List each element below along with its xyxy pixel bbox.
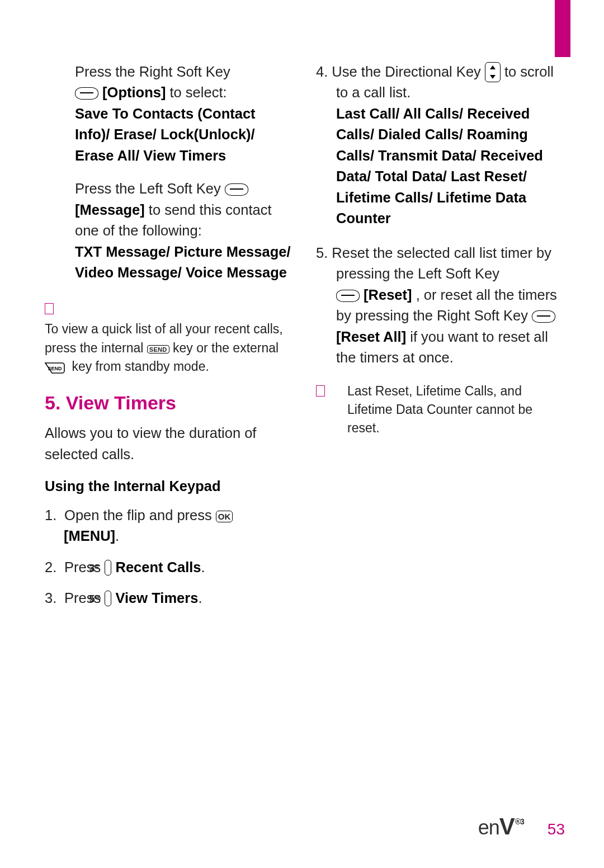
- left-soft-key-icon: [225, 183, 248, 196]
- text: Use the Directional Key: [332, 64, 485, 79]
- text: .: [115, 528, 119, 544]
- text: Press: [64, 559, 105, 575]
- sub-heading: Using the Internal Keypad: [45, 476, 294, 497]
- text: .: [201, 559, 205, 575]
- message-label: [Message]: [75, 202, 145, 218]
- external-send-key-icon: SEND: [45, 362, 68, 374]
- message-paragraph: Press the Left Soft Key [Message] to sen…: [75, 178, 294, 283]
- left-column: Press the Right Soft Key [Options] to se…: [45, 62, 294, 801]
- options-label: [Options]: [102, 84, 166, 100]
- text: .: [198, 590, 202, 606]
- page-content: Press the Right Soft Key [Options] to se…: [45, 62, 565, 801]
- step-4: 4. Use the Directional Key to scroll to …: [316, 62, 565, 229]
- key-3-icon: 3#: [105, 560, 111, 575]
- note-icon: [316, 385, 325, 397]
- note-text: To view a quick list of all your recent …: [45, 320, 294, 376]
- key-5-icon: 5%: [105, 591, 111, 606]
- step-number: 4.: [316, 64, 332, 79]
- text: Reset the selected call list timer by pr…: [332, 245, 551, 281]
- note-block: To view a quick list of all your recent …: [45, 298, 294, 376]
- env3-logo: enV®3: [478, 813, 524, 840]
- right-note-block: Last Reset, Lifetime Calls, and Lifetime…: [316, 382, 565, 438]
- text: Press the Left Soft Key: [75, 181, 225, 196]
- step-number: 2.: [45, 557, 60, 578]
- text: Press the Right Soft Key: [75, 64, 230, 79]
- right-soft-key-icon: [75, 87, 98, 100]
- note-text: Last Reset, Lifetime Calls, and Lifetime…: [347, 382, 565, 438]
- directional-key-icon: [485, 62, 501, 82]
- menu-label: [MENU]: [64, 528, 115, 544]
- options-paragraph: Press the Right Soft Key [Options] to se…: [75, 62, 294, 166]
- side-accent-tab: [555, 0, 570, 57]
- step-2: 2. Press 3# Recent Calls.: [45, 557, 294, 578]
- reset-all-label: [Reset All]: [336, 329, 406, 345]
- text: to select:: [170, 84, 227, 100]
- step-5: 5. Reset the selected call list timer by…: [316, 243, 565, 369]
- recent-calls-label: Recent Calls: [115, 559, 201, 575]
- message-types: TXT Message/ Picture Message/ Video Mess…: [75, 244, 291, 280]
- left-soft-key-icon: [336, 290, 360, 302]
- text: key from standby mode.: [72, 359, 209, 374]
- right-column: 4. Use the Directional Key to scroll to …: [316, 62, 565, 801]
- step-number: 5.: [316, 245, 332, 261]
- step-3: 3. Press 5% View Timers.: [45, 588, 294, 608]
- options-list: Save To Contacts (Contact Info)/ Erase/ …: [75, 106, 256, 163]
- call-list-options: Last Call/ All Calls/ Received Calls/ Di…: [336, 106, 543, 226]
- right-soft-key-icon: [532, 310, 555, 323]
- send-key-icon: SEND: [147, 345, 169, 353]
- note-icon: [45, 303, 54, 314]
- section-desc: Allows you to view the duration of selec…: [45, 423, 294, 465]
- reset-label: [Reset]: [364, 287, 412, 303]
- step-number: 1.: [45, 505, 60, 526]
- view-timers-label: View Timers: [115, 590, 198, 606]
- step-1: 1. Open the flip and press OK [MENU].: [45, 505, 294, 547]
- svg-text:SEND: SEND: [48, 366, 62, 371]
- text: Open the flip and press: [64, 507, 216, 523]
- step-number: 3.: [45, 588, 60, 608]
- text: key or the external: [173, 341, 279, 355]
- page-number: 53: [548, 820, 565, 838]
- ok-key-icon: OK: [216, 511, 233, 522]
- page-footer: enV®3 53: [478, 813, 565, 840]
- section-heading: 5. View Timers: [45, 389, 294, 417]
